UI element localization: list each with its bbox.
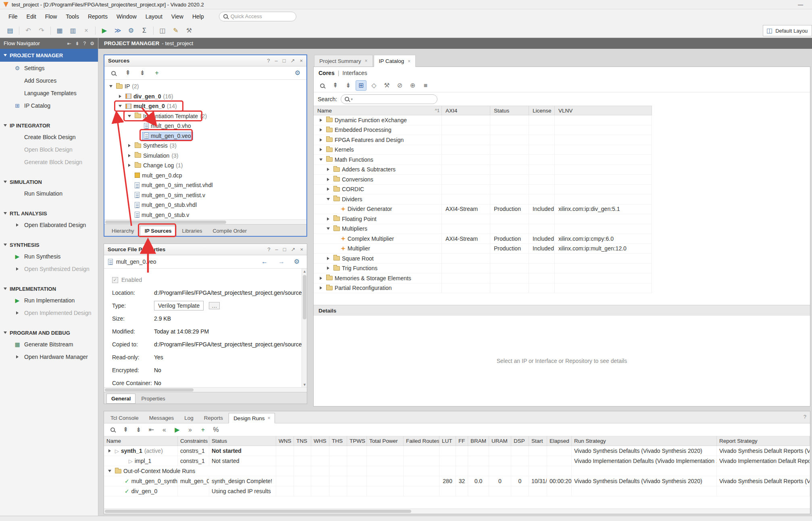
undo-button[interactable]: ↶	[22, 25, 34, 36]
prev-button[interactable]: «	[159, 425, 170, 435]
add-button[interactable]: +	[152, 68, 162, 78]
column-header-vlnv[interactable]: VLNV	[555, 106, 652, 115]
run-row-synth-1[interactable]: ▷synth_1(active)constrs_1Not startedViva…	[104, 446, 810, 456]
design-runs-horizontal-scrollbar[interactable]	[104, 508, 810, 514]
catalog-row-multipliers[interactable]: Multipliers	[314, 224, 652, 234]
tab-project-summary[interactable]: Project Summary×	[314, 55, 373, 67]
settings-button[interactable]: ⚙	[125, 25, 137, 36]
properties-button[interactable]: ⚒	[381, 80, 392, 91]
column-header-ths[interactable]: THS	[329, 436, 347, 446]
tree-item-synthesis[interactable]: Synthesis(3)	[104, 141, 306, 151]
report-button[interactable]: ▦	[54, 25, 66, 36]
run-row-div-gen-0[interactable]: ✓div_gen_0Using cached IP results	[104, 486, 810, 496]
close-button[interactable]: ×	[300, 58, 303, 64]
chevron-right-icon[interactable]	[318, 148, 324, 151]
chevron-right-icon[interactable]	[106, 449, 113, 452]
tree-item-div-gen-0[interactable]: div_gen_0(16)	[104, 92, 306, 102]
sidebar-item-generate-block-design[interactable]: Generate Block Design	[0, 156, 98, 168]
scrollbar-thumb[interactable]	[105, 221, 226, 224]
column-header-name[interactable]: Name	[104, 436, 178, 446]
expand-all-button[interactable]: ⇟	[133, 425, 144, 435]
sidebar-item-open-hardware-manager[interactable]: Open Hardware Manager	[0, 350, 98, 363]
chevron-right-icon[interactable]	[126, 154, 133, 157]
scrollbar-thumb[interactable]	[105, 388, 194, 392]
tab-design-runs[interactable]: Design Runs×	[229, 413, 275, 423]
chevron-right-icon[interactable]	[318, 138, 324, 142]
sidebar-item-open-implemented-design[interactable]: Open Implemented Design	[0, 306, 98, 319]
redo-button[interactable]: ↷	[35, 25, 48, 36]
chevron-down-icon[interactable]	[108, 85, 114, 88]
catalog-row-multiplier[interactable]: MultiplierProductionIncludedxilinx.com:i…	[314, 244, 652, 254]
properties-settings-button[interactable]: ⚙	[291, 256, 303, 267]
expand-all-button[interactable]: ⇟	[75, 41, 79, 46]
properties-horizontal-scrollbar[interactable]	[104, 387, 307, 392]
tree-item-mult-gen-0-sim-netlist-vhdl[interactable]: mult_gen_0_sim_netlist.vhdl	[104, 180, 306, 190]
sidebar-item-open-synthesized-design[interactable]: Open Synthesized Design	[0, 263, 98, 275]
float-button[interactable]: ↗	[291, 58, 295, 64]
sidebar-item-run-synthesis[interactable]: ▶Run Synthesis	[0, 250, 98, 263]
help-button[interactable]: ?	[83, 41, 86, 46]
properties-vertical-scrollbar[interactable]: ▲ ▼	[302, 269, 307, 387]
column-header-start[interactable]: Start	[529, 436, 547, 446]
catalog-row-embedded-processing[interactable]: Embedded Processing	[314, 125, 652, 135]
back-button[interactable]: ←	[258, 256, 271, 267]
catalog-row-dividers[interactable]: Dividers	[314, 194, 652, 204]
column-header-status[interactable]: Status	[490, 106, 529, 115]
catalog-row-conversions[interactable]: Conversions	[314, 175, 652, 185]
sidebar-item-create-block-design[interactable]: Create Block Design	[0, 131, 98, 143]
default-layout-button[interactable]: ◫ Default Layou	[763, 25, 812, 36]
sidebar-item-run-simulation[interactable]: Run Simulation	[0, 187, 98, 200]
chevron-down-icon[interactable]	[325, 198, 331, 200]
sidebar-item-open-block-design[interactable]: Open Block Design	[0, 143, 98, 156]
run-row-mult-gen-0-synth-1[interactable]: ✓mult_gen_0_synth_1mult_gen_0synth_desig…	[104, 476, 810, 486]
help-button[interactable]: ?	[267, 246, 270, 252]
run-button[interactable]: ▶	[98, 25, 110, 36]
maximize-button[interactable]: □	[283, 246, 286, 252]
sidebar-item-add-sources[interactable]: Add Sources	[0, 74, 98, 87]
scroll-down-icon[interactable]: ▼	[302, 382, 307, 387]
chevron-right-icon[interactable]	[126, 164, 133, 167]
more-button[interactable]: …	[209, 302, 220, 309]
search-button[interactable]	[317, 80, 328, 91]
close-icon[interactable]: ×	[267, 415, 270, 421]
sidebar-section-header-rtl-analysis[interactable]: RTL ANALYSIS	[0, 208, 98, 219]
scroll-up-icon[interactable]: ▲	[302, 269, 307, 274]
edit-button[interactable]: ✎	[170, 25, 182, 36]
chevron-right-icon[interactable]	[117, 95, 123, 98]
sources-settings-button[interactable]: ⚙	[292, 68, 303, 78]
tab-log[interactable]: Log	[179, 413, 198, 423]
catalog-row-math-functions[interactable]: Math Functions	[314, 155, 652, 165]
sidebar-section-header-simulation[interactable]: SIMULATION	[0, 177, 98, 187]
chevron-right-icon[interactable]	[318, 128, 324, 131]
catalog-search-input[interactable]: ▾	[341, 94, 437, 104]
catalog-row-fpga-features-and-design[interactable]: FPGA Features and Design	[314, 135, 652, 145]
chevron-right-icon[interactable]	[318, 286, 324, 290]
catalog-row-partial-reconfiguration[interactable]: Partial Reconfiguration	[314, 283, 652, 294]
column-header-license[interactable]: License	[529, 106, 555, 115]
column-header-constraints[interactable]: Constraints	[178, 436, 209, 446]
column-header-elapsed[interactable]: Elapsed	[547, 436, 572, 446]
minimize-button[interactable]: –	[275, 246, 278, 252]
chevron-right-icon[interactable]	[325, 217, 331, 221]
tree-item-mult-gen-0-dcp[interactable]: mult_gen_0.dcp	[104, 171, 306, 181]
steps-button[interactable]: ≫	[112, 25, 124, 36]
column-header-wns[interactable]: WNS	[276, 436, 294, 446]
group-by-category-button[interactable]: ⊞	[356, 80, 366, 91]
view-tab-interfaces[interactable]: Interfaces	[342, 70, 367, 76]
column-header-report-strategy[interactable]: Report Strategy	[717, 436, 810, 446]
enabled-checkbox[interactable]: ✓	[112, 277, 118, 283]
chevron-right-icon[interactable]	[325, 168, 331, 171]
tab-tcl-console[interactable]: Tcl Console	[106, 413, 144, 423]
tree-item-simulation[interactable]: Simulation(3)	[104, 151, 306, 161]
sidebar-item-run-implementation[interactable]: ▶Run Implementation	[0, 294, 98, 306]
chevron-down-icon[interactable]	[126, 115, 133, 117]
chevron-right-icon[interactable]	[325, 178, 331, 181]
chevron-right-icon[interactable]	[318, 119, 324, 122]
menu-tools[interactable]: Tools	[61, 11, 83, 22]
wrench-button[interactable]: ⚒	[183, 25, 195, 36]
column-header-total-power[interactable]: Total Power	[367, 436, 404, 446]
percent-button[interactable]: %	[210, 425, 221, 435]
add-button[interactable]: +	[198, 425, 208, 435]
quick-access-search[interactable]: Quick Access	[219, 12, 296, 21]
tree-item-mult-gen-0-stub-v[interactable]: mult_gen_0_stub.v	[104, 210, 306, 220]
